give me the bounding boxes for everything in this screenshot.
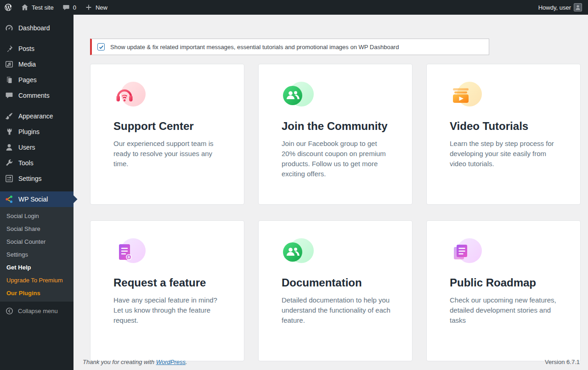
sidebar-item-media[interactable]: Media (0, 56, 74, 72)
card-documentation[interactable]: Documentation Detailed documentation to … (258, 220, 413, 361)
plus-icon (85, 3, 93, 11)
menu-separator (0, 186, 74, 191)
wordpress-logo-icon (4, 3, 12, 11)
submenu-item-upgrade-to-premium[interactable]: Upgrade To Premium (0, 274, 74, 287)
sidebar-item-users[interactable]: Users (0, 140, 74, 155)
sidebar-label: WP Social (18, 196, 48, 203)
notice-text: Show update & fix related important mess… (110, 44, 399, 50)
sidebar-label: Media (18, 61, 36, 68)
card-title: Public Roadmap (450, 276, 559, 289)
settings-icon (5, 174, 14, 183)
sidebar-item-tools[interactable]: Tools (0, 155, 74, 171)
plug-icon (5, 127, 14, 136)
collapse-label: Collapse menu (18, 308, 58, 314)
site-name-menu[interactable]: Test site (17, 0, 58, 15)
card-text: Detailed documentation to help you under… (282, 295, 391, 325)
submenu-item-social-share[interactable]: Social Share (0, 223, 74, 235)
collapse-arrow-icon (5, 307, 14, 315)
comments-menu[interactable]: 0 (58, 0, 80, 15)
wp-social-submenu: Social Login Social Share Social Counter… (0, 207, 74, 302)
card-text: Our experienced support team is ready to… (113, 139, 223, 169)
card-icon-wrap (113, 238, 147, 266)
roadmap-icon (450, 241, 472, 263)
card-icon-wrap (450, 82, 483, 109)
submenu-item-social-counter[interactable]: Social Counter (0, 235, 74, 248)
feature-request-icon (113, 241, 136, 263)
dashboard-icon (5, 23, 14, 33)
sidebar-label: Appearance (18, 112, 53, 120)
sidebar-item-posts[interactable]: Posts (0, 41, 74, 56)
card-join-community[interactable]: Join the Community Join our Facebook gro… (258, 64, 413, 205)
admin-bar-right: Howdy, user (534, 0, 588, 15)
card-text: Learn the step by step process for devel… (450, 139, 559, 169)
comment-bubble-icon (62, 3, 70, 11)
main-content: Show update & fix related important mess… (74, 15, 588, 370)
comment-icon (5, 91, 14, 100)
card-icon-wrap (282, 82, 315, 109)
user-icon (5, 143, 14, 152)
card-title: Documentation (282, 276, 391, 289)
sidebar-label: Pages (18, 76, 37, 84)
admin-footer: Thank you for creating with WordPress. V… (83, 359, 580, 365)
card-icon-wrap (113, 82, 147, 109)
sidebar-label: Dashboard (18, 24, 50, 32)
wp-logo-menu[interactable] (0, 0, 17, 15)
sidebar-item-appearance[interactable]: Appearance (0, 108, 74, 124)
show-updates-checkbox[interactable] (97, 43, 105, 50)
wp-social-icon (5, 195, 14, 204)
card-video-tutorials[interactable]: Video Tutorials Learn the step by step p… (426, 64, 581, 205)
sidebar-label: Posts (18, 45, 34, 52)
pushpin-icon (5, 44, 14, 53)
wordpress-link[interactable]: WordPress (156, 359, 186, 365)
pages-icon (5, 75, 14, 84)
brush-icon (5, 112, 14, 121)
card-icon-wrap (450, 238, 483, 266)
menu-separator (0, 103, 74, 108)
media-icon (5, 60, 14, 69)
card-title: Join the Community (282, 119, 391, 133)
submenu-item-social-login[interactable]: Social Login (0, 210, 74, 223)
headset-icon (113, 84, 136, 107)
dashboard-notice: Show update & fix related important mess… (90, 39, 489, 55)
card-request-feature[interactable]: Request a feature Have any special featu… (90, 220, 244, 361)
card-title: Video Tutorials (450, 119, 559, 133)
menu-separator (0, 36, 74, 41)
sidebar-item-settings[interactable]: Settings (0, 171, 74, 186)
card-public-roadmap[interactable]: Public Roadmap Check our upcoming new fe… (426, 220, 581, 361)
sidebar-label: Plugins (18, 128, 40, 135)
my-account-menu[interactable]: Howdy, user (534, 0, 586, 15)
submenu-item-our-plugins[interactable]: Our Plugins (0, 287, 74, 300)
card-text: Check our upcoming new features, detaile… (450, 295, 559, 325)
footer-thanks-suffix: . (186, 359, 187, 365)
community-icon (282, 241, 304, 263)
submenu-item-get-help[interactable]: Get Help (0, 261, 74, 274)
sidebar-item-comments[interactable]: Comments (0, 88, 74, 103)
card-text: Have any special feature in mind? Let us… (113, 295, 223, 325)
card-title: Support Center (113, 119, 223, 133)
sidebar-label: Settings (18, 175, 42, 182)
new-content-menu[interactable]: New (80, 0, 112, 15)
admin-sidebar: Dashboard Posts Media Pages Comments App… (0, 15, 74, 370)
footer-thanks: Thank you for creating with WordPress. (83, 359, 187, 365)
sidebar-item-dashboard[interactable]: Dashboard (0, 20, 74, 36)
home-icon (21, 3, 29, 11)
collapse-menu-button[interactable]: Collapse menu (0, 303, 74, 319)
sidebar-label: Comments (18, 92, 50, 99)
sidebar-item-plugins[interactable]: Plugins (0, 124, 74, 140)
user-avatar (574, 3, 582, 11)
card-support-center[interactable]: Support Center Our experienced support t… (90, 64, 244, 205)
version-text: Version 6.7.1 (545, 359, 580, 365)
submenu-item-settings[interactable]: Settings (0, 248, 74, 261)
sidebar-label: Tools (18, 159, 34, 167)
card-icon-wrap (282, 238, 315, 266)
sidebar-item-wp-social[interactable]: WP Social (0, 191, 74, 207)
howdy-text: Howdy, user (538, 4, 571, 11)
video-playlist-icon (450, 84, 472, 107)
site-name: Test site (32, 4, 54, 11)
card-text: Join our Facebook group to get 20% disco… (282, 139, 391, 179)
new-label: New (96, 4, 107, 11)
card-title: Request a feature (113, 276, 223, 289)
footer-thanks-prefix: Thank you for creating with (83, 359, 156, 365)
help-cards-grid: Support Center Our experienced support t… (90, 64, 581, 361)
sidebar-item-pages[interactable]: Pages (0, 72, 74, 88)
